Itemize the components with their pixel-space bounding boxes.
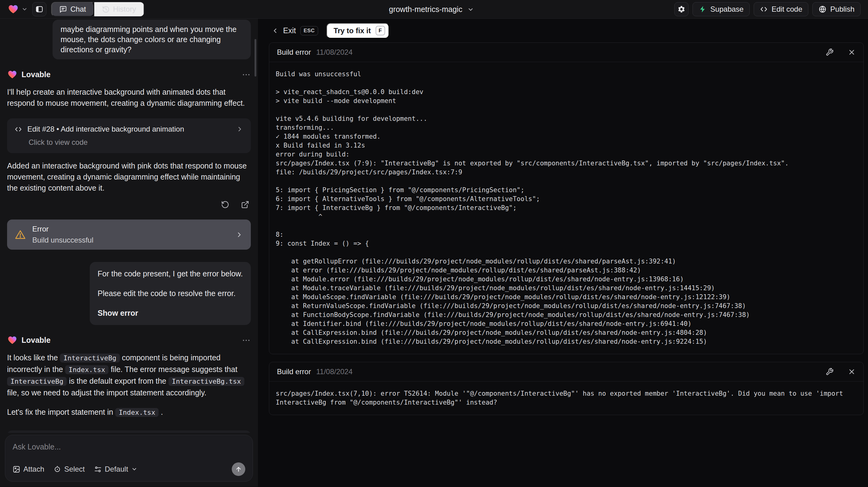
panel-left-icon	[35, 5, 43, 13]
project-name: growth-metrics-magic	[389, 5, 462, 14]
chevron-down-icon	[467, 6, 474, 13]
publish-label: Publish	[830, 5, 855, 13]
chevron-down-icon	[22, 6, 28, 12]
build-error-panel-2: Build error 11/08/2024 src/pages/Index.t…	[269, 362, 864, 415]
chat-sidebar: maybe diagramming points and when you mo…	[0, 19, 258, 487]
publish-button[interactable]: Publish	[812, 2, 861, 16]
user-message: For the code present, I get the error be…	[90, 262, 251, 325]
gear-icon	[677, 5, 685, 13]
more-options-icon[interactable]	[242, 70, 251, 79]
user-message-line: For the code present, I get the error be…	[98, 269, 243, 279]
assistant-name: Lovable	[22, 336, 51, 345]
error-card-subtitle: Build unsuccessful	[32, 236, 93, 244]
esc-key-badge: ESC	[300, 26, 318, 35]
wrench-icon[interactable]	[826, 48, 834, 56]
lovable-heart-icon	[7, 70, 18, 79]
assistant-header: Lovable	[7, 70, 251, 79]
chat-bubble-icon	[59, 5, 67, 13]
assistant-message: Added an interactive background with pin…	[7, 160, 251, 193]
more-options-icon[interactable]	[242, 336, 251, 345]
tab-history[interactable]: History	[94, 2, 144, 17]
chat-input[interactable]: Ask Lovable...	[12, 443, 245, 451]
send-button[interactable]	[232, 462, 245, 476]
f-key-badge: F	[376, 26, 385, 35]
tab-chat[interactable]: Chat	[51, 2, 94, 17]
exit-button[interactable]: Exit ESC	[271, 26, 318, 35]
lovable-app: Chat History growth-metrics-magic	[0, 0, 868, 487]
composer-box: Ask Lovable... Attach Select	[5, 435, 253, 482]
build-error-console: Build was unsuccessful > vite_react_shad…	[269, 62, 863, 354]
edit-card-title: Edit #28 • Add interactive background an…	[27, 125, 184, 133]
chevron-left-icon	[271, 27, 279, 34]
arrow-up-icon	[235, 465, 242, 473]
exit-label: Exit	[283, 26, 296, 35]
wrench-icon[interactable]	[826, 368, 834, 376]
fix-button-label: Try to fix it	[334, 26, 371, 35]
code-brackets-icon	[14, 125, 22, 133]
chevron-right-icon	[236, 125, 243, 133]
build-error-date: 11/08/2024	[316, 48, 352, 57]
supabase-button[interactable]: Supabase	[692, 2, 750, 16]
composer: Ask Lovable... Attach Select	[0, 433, 258, 487]
workspace-menu[interactable]	[7, 4, 28, 14]
select-label: Select	[64, 465, 85, 474]
edit-code-label: Edit code	[772, 5, 802, 13]
message-actions	[7, 199, 251, 210]
select-element-button[interactable]: Select	[54, 465, 85, 474]
history-clock-icon	[102, 5, 110, 13]
close-icon[interactable]	[848, 368, 856, 376]
chevron-right-icon	[236, 231, 243, 239]
supabase-bolt-icon	[699, 5, 707, 13]
edit-card-subtitle: Click to view code	[29, 138, 243, 147]
build-error-date: 11/08/2024	[316, 367, 352, 376]
attach-button[interactable]: Attach	[12, 465, 44, 474]
build-error-title: Build error	[277, 48, 311, 57]
try-to-fix-button[interactable]: Try to fix it F	[327, 23, 389, 38]
build-error-header: Build error 11/08/2024	[269, 362, 863, 382]
build-error-title: Build error	[277, 367, 311, 376]
assistant-name: Lovable	[22, 70, 51, 79]
chevron-down-icon	[131, 466, 137, 472]
close-icon[interactable]	[848, 48, 856, 56]
settings-button[interactable]	[674, 2, 688, 16]
lovable-heart-icon	[7, 335, 18, 345]
assistant-message: I'll help create an interactive backgrou…	[7, 86, 251, 109]
edit-card-29[interactable]: Edit #29 • Fix import error for Interact…	[7, 430, 251, 433]
project-switcher[interactable]: growth-metrics-magic	[389, 0, 474, 19]
preview-header: Exit ESC Try to fix it F	[269, 19, 864, 42]
warning-triangle-icon	[15, 229, 26, 240]
preview-pane: Exit ESC Try to fix it F Build error 11/…	[258, 19, 868, 487]
chat-history-tabs: Chat History	[51, 2, 144, 17]
chat-thread: maybe diagramming points and when you mo…	[0, 19, 258, 433]
chat-scrollbar-thumb[interactable]	[254, 39, 256, 77]
assistant-message-rich: Let's fix the import statement in Index.…	[7, 406, 251, 418]
tab-history-label: History	[113, 5, 136, 13]
assistant-message-rich: It looks like the InteractiveBg componen…	[7, 352, 251, 398]
globe-icon	[818, 5, 827, 13]
error-status-card[interactable]: Error Build unsuccessful	[7, 219, 251, 250]
main-layout: maybe diagramming points and when you mo…	[0, 19, 868, 487]
open-external-icon[interactable]	[239, 199, 251, 210]
user-message-line: Please edit the code to resolve the erro…	[98, 288, 243, 299]
edit-code-button[interactable]: Edit code	[754, 2, 808, 16]
attach-image-icon	[12, 465, 20, 473]
error-card-title: Error	[32, 225, 93, 233]
edit-card-28[interactable]: Edit #28 • Add interactive background an…	[7, 118, 251, 153]
restore-version-icon[interactable]	[219, 199, 231, 210]
topbar: Chat History growth-metrics-magic	[0, 0, 868, 19]
topbar-left: Chat History	[7, 2, 144, 17]
build-error-panel-1: Build error 11/08/2024 Build was unsucce…	[269, 42, 864, 354]
show-error-link[interactable]: Show error	[98, 308, 243, 318]
lovable-logo-icon	[7, 4, 19, 14]
tab-chat-label: Chat	[70, 5, 86, 13]
sidebar-toggle-button[interactable]	[32, 2, 46, 16]
target-icon	[54, 465, 61, 473]
topbar-right: Supabase Edit code Publish	[674, 2, 861, 16]
supabase-label: Supabase	[710, 5, 744, 13]
mode-label: Default	[105, 465, 128, 474]
code-brackets-icon	[760, 5, 768, 13]
build-error-header: Build error 11/08/2024	[269, 43, 863, 62]
attach-label: Attach	[23, 465, 44, 474]
mode-dropdown[interactable]: Default	[94, 465, 137, 474]
assistant-header: Lovable	[7, 335, 251, 345]
